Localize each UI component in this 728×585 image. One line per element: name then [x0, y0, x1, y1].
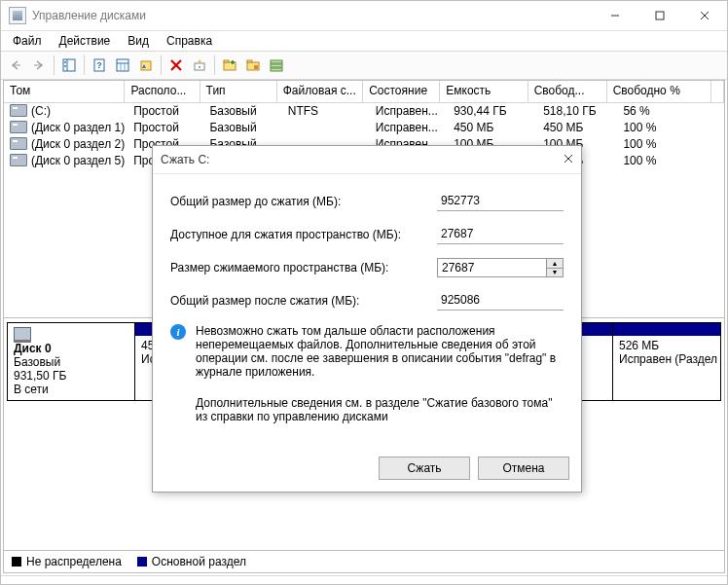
label-total-before: Общий размер до сжатия (МБ): — [170, 195, 437, 208]
dialog-titlebar: Сжать C: — [153, 146, 581, 174]
shrink-dialog: Сжать C: Общий размер до сжатия (МБ): 95… — [152, 145, 582, 493]
spinner-down[interactable]: ▼ — [547, 269, 563, 277]
dialog-mask: Сжать C: Общий размер до сжатия (МБ): 95… — [1, 1, 727, 584]
shrink-input[interactable]: 27687 — [437, 258, 547, 277]
dialog-close-button[interactable] — [564, 153, 573, 166]
value-total-before: 952773 — [437, 192, 564, 211]
shrink-spinner[interactable]: 27687 ▲ ▼ — [437, 258, 564, 277]
info-block: i Невозможно сжать том дальше области ра… — [170, 324, 564, 379]
dialog-title: Сжать C: — [161, 153, 564, 166]
info-block-2: Дополнительные сведения см. в разделе "С… — [170, 396, 564, 423]
label-total-after: Общий размер после сжатия (МБ): — [170, 294, 437, 308]
value-total-after: 925086 — [437, 291, 564, 311]
info-text-2: Дополнительные сведения см. в разделе "С… — [196, 396, 564, 423]
spinner-buttons: ▲ ▼ — [547, 258, 564, 277]
label-shrink-amount: Размер сжимаемого пространства (МБ): — [170, 261, 437, 274]
dialog-footer: Сжать Отмена — [153, 451, 581, 492]
spinner-up[interactable]: ▲ — [547, 259, 563, 269]
shrink-button[interactable]: Сжать — [379, 457, 470, 480]
dialog-body: Общий размер до сжатия (МБ): 952773 Дост… — [153, 174, 581, 451]
main-window: Управление дисками Файл Действие Вид Спр… — [0, 0, 728, 585]
label-available: Доступное для сжатия пространство (МБ): — [170, 228, 437, 241]
info-text-1: Невозможно сжать том дальше области расп… — [196, 324, 564, 379]
info-icon: i — [170, 324, 186, 340]
value-available: 27687 — [437, 225, 564, 244]
cancel-button[interactable]: Отмена — [478, 457, 569, 480]
